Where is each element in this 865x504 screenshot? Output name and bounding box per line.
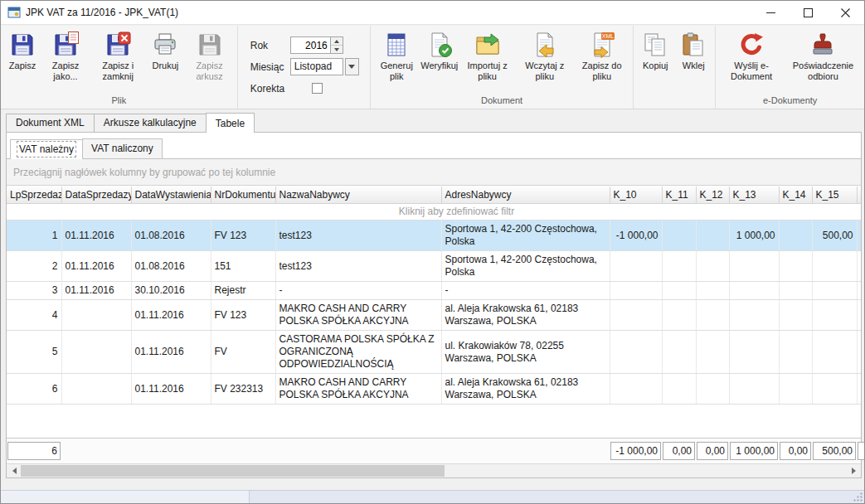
table-cell[interactable] [779, 220, 812, 251]
generate-file-button[interactable]: Generuj plik [373, 30, 420, 84]
table-cell[interactable] [779, 282, 812, 300]
table-cell[interactable] [779, 331, 812, 374]
column-header[interactable]: K_16 [857, 187, 861, 204]
column-header[interactable]: DataSprzedazy [61, 187, 131, 204]
table-cell[interactable]: 01.11.2016 [131, 331, 211, 374]
table-cell[interactable] [696, 374, 729, 405]
table-cell[interactable] [662, 251, 696, 282]
table-cell[interactable]: 2 [7, 251, 61, 282]
table-cell[interactable]: -1 000,00 [610, 220, 662, 251]
save-and-close-button[interactable]: Zapisz i zamknij [90, 30, 146, 84]
save-to-file-button[interactable]: XML Zapisz do pliku [573, 30, 630, 84]
table-cell[interactable]: 30.10.2016 [131, 282, 211, 300]
table-cell[interactable] [812, 374, 857, 405]
table-cell[interactable] [857, 251, 861, 282]
miesiac-combo[interactable]: Listopad [290, 58, 343, 75]
table-cell[interactable] [662, 220, 696, 251]
import-from-file-button[interactable]: Importuj z pliku [459, 30, 517, 84]
table-cell[interactable]: 1 000,00 [729, 220, 779, 251]
table-row[interactable]: 301.11.201630.10.2016Rejestr-- [7, 282, 861, 300]
column-header[interactable]: K_13 [729, 187, 779, 204]
table-row[interactable]: 101.11.201601.08.2016FV 123test123Sporto… [7, 220, 861, 251]
table-cell[interactable]: 5 [7, 331, 61, 374]
scroll-left-button[interactable] [7, 464, 21, 477]
table-row[interactable]: 401.11.2016FV 123MAKRO CASH AND CARRY PO… [7, 300, 861, 331]
column-header[interactable]: K_12 [696, 187, 729, 204]
table-cell[interactable] [696, 282, 729, 300]
table-cell[interactable] [779, 251, 812, 282]
table-cell[interactable]: 500,00 [812, 220, 857, 251]
column-header[interactable]: DataWystawienia [131, 187, 211, 204]
table-row[interactable]: 601.11.2016FV 232313MAKRO CASH AND CARRY… [7, 374, 861, 405]
table-cell[interactable]: FV [211, 331, 275, 374]
rok-spin-up-button[interactable] [331, 37, 343, 45]
table-cell[interactable]: 4 [7, 300, 61, 331]
maximize-button[interactable] [790, 1, 827, 24]
table-cell[interactable] [857, 374, 861, 405]
table-cell[interactable] [696, 220, 729, 251]
table-cell[interactable]: Sportowa 1, 42-200 Częstochowa, Polska [441, 220, 610, 251]
send-edocument-button[interactable]: Wyślij e-Dokument [724, 30, 779, 84]
column-header[interactable]: K_14 [779, 187, 812, 204]
table-cell[interactable] [696, 251, 729, 282]
table-cell[interactable] [696, 300, 729, 331]
table-cell[interactable]: Sportowa 1, 42-200 Częstochowa, Polska [441, 251, 610, 282]
table-cell[interactable] [610, 282, 662, 300]
column-header[interactable]: NrDokumentu [211, 187, 275, 204]
table-cell[interactable] [812, 331, 857, 374]
horizontal-scrollbar[interactable] [7, 463, 861, 477]
table-cell[interactable]: al. Aleja Krakowska 61, 02183 Warszawa, … [441, 300, 610, 331]
table-cell[interactable] [857, 220, 861, 251]
table-cell[interactable] [662, 374, 696, 405]
receipt-confirmation-button[interactable]: Poświadczenie odbioru [790, 30, 856, 84]
table-cell[interactable] [610, 374, 662, 405]
table-cell[interactable] [812, 251, 857, 282]
subtab-vat-naliczony[interactable]: VAT naliczony [82, 138, 163, 158]
load-from-file-button[interactable]: Wczytaj z pliku [516, 30, 573, 84]
table-cell[interactable]: ul. Krakowiaków 78, 02255 Warszawa, POLS… [441, 331, 610, 374]
table-cell[interactable]: Rejestr [211, 282, 275, 300]
subtab-vat-nalezny[interactable]: VAT należny [10, 139, 83, 159]
verify-button[interactable]: Weryfikuj [420, 30, 459, 73]
rok-input[interactable] [291, 37, 330, 53]
column-header[interactable]: K_11 [662, 187, 696, 204]
table-cell[interactable]: MAKRO CASH AND CARRY POLSKA SPÓŁKA AKCYJ… [275, 374, 441, 405]
table-cell[interactable] [61, 331, 131, 374]
table-cell[interactable] [857, 331, 861, 374]
table-cell[interactable]: 01.11.2016 [61, 251, 131, 282]
table-cell[interactable]: 1 [7, 220, 61, 251]
paste-button[interactable]: Wklej [674, 30, 712, 73]
table-cell[interactable]: CASTORAMA POLSKA SPÓŁKA Z OGRANICZONĄ OD… [275, 331, 441, 374]
table-cell[interactable]: 01.11.2016 [61, 282, 131, 300]
table-cell[interactable] [610, 300, 662, 331]
tab-dokument-xml[interactable]: Dokument XML [6, 114, 95, 132]
table-cell[interactable]: 151 [211, 251, 275, 282]
table-cell[interactable]: 6 [7, 374, 61, 405]
table-cell[interactable]: FV 123 [211, 300, 275, 331]
table-cell[interactable]: al. Aleja Krakowska 61, 02183 Warszawa, … [441, 374, 610, 405]
filter-row-hint[interactable]: Kliknij aby zdefiniować filtr [7, 204, 861, 220]
table-row[interactable]: 201.11.201601.08.2016151test123Sportowa … [7, 251, 861, 282]
table-cell[interactable] [779, 374, 812, 405]
table-cell[interactable]: MAKRO CASH AND CARRY POLSKA SPÓŁKA AKCYJ… [275, 300, 441, 331]
column-header[interactable]: K_15 [812, 187, 857, 204]
save-as-button[interactable]: Zapisz jako... [41, 30, 90, 84]
table-cell[interactable] [662, 300, 696, 331]
table-cell[interactable]: 01.08.2016 [131, 251, 211, 282]
scroll-right-button[interactable] [847, 464, 861, 477]
save-button[interactable]: Zapisz [3, 30, 41, 73]
table-cell[interactable] [729, 300, 779, 331]
table-cell[interactable] [729, 331, 779, 374]
table-cell[interactable]: 01.11.2016 [61, 220, 131, 251]
scroll-thumb[interactable] [21, 465, 445, 477]
table-cell[interactable] [857, 300, 861, 331]
table-row[interactable]: 501.11.2016FVCASTORAMA POLSKA SPÓŁKA Z O… [7, 331, 861, 374]
table-cell[interactable]: 01.08.2016 [131, 220, 211, 251]
column-header[interactable]: AdresNabywcy [441, 187, 610, 204]
table-cell[interactable] [812, 282, 857, 300]
table-cell[interactable] [696, 331, 729, 374]
table-cell[interactable]: FV 232313 [211, 374, 275, 405]
table-cell[interactable]: FV 123 [211, 220, 275, 251]
copy-button[interactable]: Kopiuj [636, 30, 674, 73]
table-cell[interactable] [610, 251, 662, 282]
